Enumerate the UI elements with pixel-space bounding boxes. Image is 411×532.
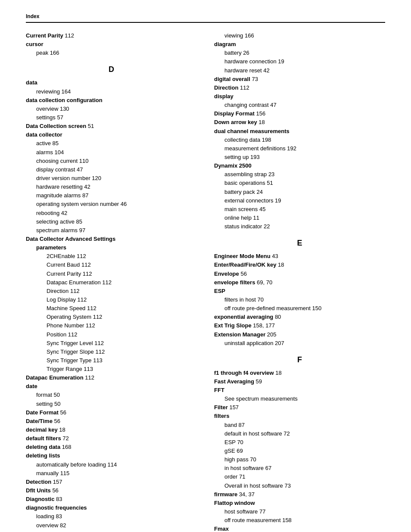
index-entry-bold: Date Format 56: [26, 408, 197, 417]
index-entry-normal: default in host software 72: [214, 429, 385, 438]
index-entry-normal: hardware connection 19: [214, 57, 385, 66]
index-entry-normal: display contrast 47: [26, 165, 197, 174]
index-entry-normal: measurement definitions 192: [214, 144, 385, 153]
index-entry-bold: data: [26, 78, 197, 87]
index-entry-bold: Filter 157: [214, 403, 385, 412]
index-entry-bold: display: [214, 92, 385, 101]
index-entry-normal: peak 166: [26, 49, 197, 57]
index-entry-normal: hardware resetting 42: [26, 183, 197, 191]
index-entry-normal: manually 115: [26, 469, 197, 478]
index-entry-normal: magnitude alarms 87: [26, 191, 197, 200]
index-entry-normal: Log Display 112: [26, 296, 197, 304]
index-entry-bold: Detection 157: [26, 478, 197, 486]
index-entry-normal: band 87: [214, 421, 385, 429]
index-entry-normal: selecting active 85: [26, 218, 197, 226]
index-entry-normal: active 85: [26, 139, 197, 148]
index-entry-normal: gSE 69: [214, 447, 385, 455]
index-entry-bold: FFT: [214, 386, 385, 395]
index-entry-bold: Envelope 56: [214, 270, 385, 278]
index-entry-normal: high pass 70: [214, 455, 385, 464]
header-label: Index: [26, 13, 39, 19]
index-entry-normal: battery pack 24: [214, 188, 385, 196]
index-entry-normal: rebooting 42: [26, 209, 197, 218]
index-entry-bold: ESP: [214, 287, 385, 296]
index-entry-bold: Extension Manager 205: [214, 330, 385, 339]
right-column: viewing 166diagrambattery 26hardware con…: [214, 31, 385, 532]
index-entry-normal: changing contrast 47: [214, 101, 385, 109]
index-entry-normal: collecting data 198: [214, 136, 385, 144]
index-entry-bold: Data Collection screen 51: [26, 122, 197, 131]
index-entry-normal: Operating System 112: [26, 313, 197, 321]
index-entry-normal: Sync Trigger Slope 112: [26, 348, 197, 356]
index-entry-normal: Direction 112: [26, 287, 197, 296]
index-entry-normal: overview 130: [26, 105, 197, 113]
index-entry-bold: digital overall 73: [214, 75, 385, 84]
index-entry-normal: Sync Trigger Type 113: [26, 356, 197, 365]
index-entry-normal: setting up 193: [214, 153, 385, 162]
index-entry-normal: format 50: [26, 391, 197, 399]
index-entry-normal: viewing 166: [214, 31, 385, 40]
index-entry-normal: basic operations 51: [214, 179, 385, 187]
index-entry-normal: Position 112: [26, 330, 197, 339]
index-entry-normal: main screens 45: [214, 205, 385, 214]
index-entry-normal: Trigger Range 113: [26, 365, 197, 373]
index-entry-bold: data collector: [26, 131, 197, 139]
index-entry-bold: Data Collector Advanced Settings: [26, 235, 197, 243]
index-entry-normal: Overall in host software 73: [214, 482, 385, 490]
index-entry-bold: Dflt Units 56: [26, 486, 197, 495]
index-entry-normal: Sync Trigger Level 112: [26, 339, 197, 348]
index-entry-normal: See spectrum measurements: [214, 395, 385, 403]
left-column: Current Parity 112cursorpeak 166Ddatarev…: [26, 31, 197, 532]
index-entry-normal: status indicator 22: [214, 222, 385, 231]
index-entry-bold: deleting lists: [26, 451, 197, 460]
index-entry-bold: dual channel measurements: [214, 127, 385, 136]
index-entry-bold: Dynamix 2500: [214, 162, 385, 170]
index-entry-normal: Datapac Enumeration 112: [26, 278, 197, 287]
index-entry-normal: alarms 104: [26, 148, 197, 157]
index-entry-normal: battery 26: [214, 49, 385, 57]
index-entry-normal: order 71: [214, 473, 385, 481]
index-entry-normal: assembling strap 23: [214, 170, 385, 179]
index-entry-normal: automatically before loading 114: [26, 460, 197, 469]
index-entry-bold: Enter/Read/Fire/OK key 18: [214, 261, 385, 269]
index-entry-normal: filters in host 70: [214, 296, 385, 304]
index-entry-bold: Fast Averaging 59: [214, 377, 385, 386]
index-entry-normal: off route measurement 158: [214, 516, 385, 525]
index-entry-normal: settings 57: [26, 113, 197, 122]
index-entry-bold: Diagnostic Frequency cursor 166: [26, 530, 197, 532]
index-entry-normal: Phone Number 112: [26, 321, 197, 330]
index-entry-bold: decimal key 18: [26, 426, 197, 434]
index-entry-normal: Current Parity 112: [26, 270, 197, 278]
index-entry-bold: default filters 72: [26, 434, 197, 443]
index-entry-bold: Direction 112: [214, 84, 385, 92]
index-entry-bold: data collection configuration: [26, 96, 197, 105]
index-entry-normal: ESP 70: [214, 438, 385, 447]
index-entry-normal: in host software 67: [214, 464, 385, 473]
index-entry-bold: Down arrow key 18: [214, 118, 385, 127]
index-entry-bold: Display Format 156: [214, 109, 385, 118]
index-entry-bold: exponential averaging 80: [214, 313, 385, 321]
index-entry-bold: diagnostic frequencies: [26, 504, 197, 512]
index-entry-normal: spectrum alarms 97: [26, 226, 197, 235]
page: Index Current Parity 112cursorpeak 166Dd…: [0, 0, 411, 532]
index-entry-normal: overview 82: [26, 521, 197, 530]
index-entry-bold: Datapac Enumeration 112: [26, 373, 197, 382]
content-columns: Current Parity 112cursorpeak 166Ddatarev…: [26, 31, 385, 532]
index-entry-normal: reviewing 164: [26, 87, 197, 96]
section-letter: D: [26, 65, 197, 74]
index-entry-bold: cursor: [26, 40, 197, 49]
index-entry-normal: Current Baud 112: [26, 261, 197, 269]
index-entry-normal: driver version number 120: [26, 174, 197, 183]
index-entry-normal: uninstall application 207: [214, 339, 385, 348]
index-entry-bold: firmware 34, 37: [214, 490, 385, 499]
index-entry-bold: diagram: [214, 40, 385, 49]
index-entry-normal: Machine Speed 112: [26, 304, 197, 313]
index-entry-normal: hardware reset 42: [214, 66, 385, 75]
index-entry-normal: online help 11: [214, 214, 385, 222]
index-entry-bold: Fmax: [214, 525, 385, 532]
index-entry-bold: deleting data 168: [26, 443, 197, 451]
section-letter: F: [214, 355, 385, 364]
index-entry-bold: date: [26, 382, 197, 391]
index-entry-normal: 2CHEnable 112: [26, 252, 197, 261]
index-entry-normal: loading 83: [26, 512, 197, 521]
